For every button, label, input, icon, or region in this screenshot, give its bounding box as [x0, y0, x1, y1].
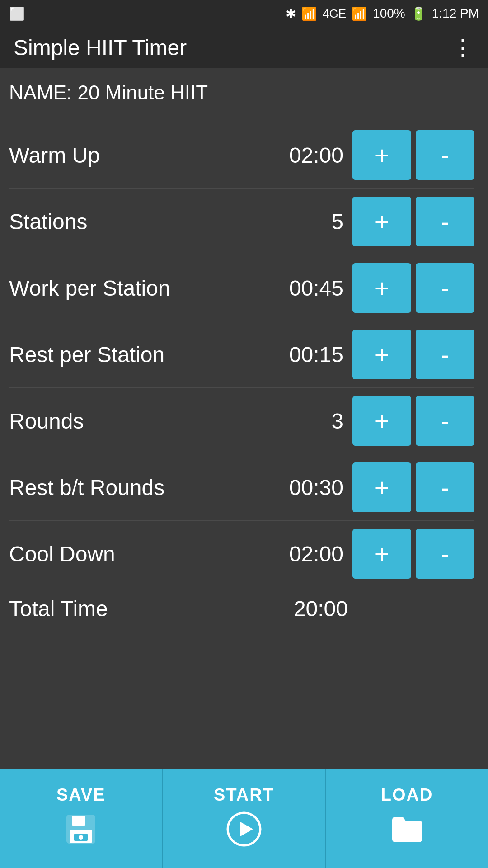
setting-controls-cool-down: + - — [352, 529, 474, 579]
save-button[interactable]: SAVE — [0, 769, 163, 868]
setting-row-work-per-station: Work per Station 00:45 + - — [9, 255, 474, 321]
setting-label-rest-bt-rounds: Rest b/t Rounds — [9, 475, 289, 500]
setting-value-stations: 5 — [289, 209, 343, 234]
total-time-label: Total Time — [9, 596, 294, 621]
time-label: 1:12 PM — [432, 6, 479, 21]
folder-icon — [389, 811, 425, 851]
setting-row-rounds: Rounds 3 + - — [9, 388, 474, 454]
battery-icon: 🔋 — [411, 6, 427, 21]
setting-value-cool-down: 02:00 — [289, 542, 343, 566]
bottom-btn-label-save-button: SAVE — [56, 785, 106, 805]
bottom-btn-label-start-button: START — [214, 785, 274, 805]
status-right: ✱ 📶 4GE 📶 100% 🔋 1:12 PM — [286, 6, 479, 21]
wifi-icon: 📶 — [301, 6, 317, 21]
start-button[interactable]: START — [163, 769, 326, 868]
plus-button-rounds[interactable]: + — [352, 396, 411, 446]
setting-value-warm-up: 02:00 — [289, 143, 343, 168]
minus-button-rest-bt-rounds[interactable]: - — [416, 462, 474, 512]
minus-button-rounds[interactable]: - — [416, 396, 474, 446]
svg-rect-1 — [72, 816, 85, 826]
setting-controls-rounds: + - — [352, 396, 474, 446]
setting-label-stations: Stations — [9, 209, 289, 234]
bottom-bar: SAVE START LOAD — [0, 769, 488, 868]
menu-button[interactable]: ⋮ — [452, 35, 474, 60]
setting-label-rounds: Rounds — [9, 409, 289, 434]
setting-row-warm-up: Warm Up 02:00 + - — [9, 122, 474, 189]
signal-label: 4GE — [323, 7, 346, 21]
setting-row-stations: Stations 5 + - — [9, 189, 474, 255]
svg-point-4 — [79, 835, 83, 840]
app-bar: Simple HIIT Timer ⋮ — [0, 27, 488, 68]
minus-button-cool-down[interactable]: - — [416, 529, 474, 579]
minus-button-stations[interactable]: - — [416, 197, 474, 246]
save-icon — [63, 811, 99, 851]
setting-controls-rest-per-station: + - — [352, 330, 474, 379]
total-time-value: 20:00 — [294, 596, 348, 621]
setting-controls-rest-bt-rounds: + - — [352, 462, 474, 512]
svg-marker-6 — [240, 822, 253, 836]
setting-controls-work-per-station: + - — [352, 263, 474, 313]
setting-label-rest-per-station: Rest per Station — [9, 342, 289, 367]
setting-label-cool-down: Cool Down — [9, 542, 289, 566]
setting-label-work-per-station: Work per Station — [9, 276, 289, 301]
setting-value-rest-bt-rounds: 00:30 — [289, 475, 343, 500]
plus-button-rest-bt-rounds[interactable]: + — [352, 462, 411, 512]
status-bar: ⬜ ✱ 📶 4GE 📶 100% 🔋 1:12 PM — [0, 0, 488, 27]
plus-button-warm-up[interactable]: + — [352, 130, 411, 180]
plus-button-stations[interactable]: + — [352, 197, 411, 246]
minus-button-rest-per-station[interactable]: - — [416, 330, 474, 379]
status-left: ⬜ — [9, 6, 25, 21]
bottom-btn-label-load-button: LOAD — [381, 785, 433, 805]
setting-row-cool-down: Cool Down 02:00 + - — [9, 521, 474, 587]
setting-value-work-per-station: 00:45 — [289, 276, 343, 301]
setting-controls-stations: + - — [352, 197, 474, 246]
plus-button-work-per-station[interactable]: + — [352, 263, 411, 313]
main-content: NAME: 20 Minute HIIT Warm Up 02:00 + - S… — [0, 68, 488, 769]
setting-value-rounds: 3 — [289, 409, 343, 434]
minus-button-work-per-station[interactable]: - — [416, 263, 474, 313]
workout-name: NAME: 20 Minute HIIT — [9, 77, 474, 108]
total-time-row: Total Time 20:00 — [9, 587, 474, 630]
battery-label: 100% — [373, 6, 405, 21]
play-icon — [226, 811, 262, 851]
load-button[interactable]: LOAD — [326, 769, 488, 868]
setting-row-rest-bt-rounds: Rest b/t Rounds 00:30 + - — [9, 454, 474, 521]
screen-icon: ⬜ — [9, 6, 25, 21]
plus-button-rest-per-station[interactable]: + — [352, 330, 411, 379]
app-title: Simple HIIT Timer — [14, 35, 187, 60]
setting-row-rest-per-station: Rest per Station 00:15 + - — [9, 321, 474, 388]
setting-value-rest-per-station: 00:15 — [289, 342, 343, 367]
setting-controls-warm-up: + - — [352, 130, 474, 180]
bluetooth-icon: ✱ — [286, 6, 296, 21]
setting-label-warm-up: Warm Up — [9, 143, 289, 168]
minus-button-warm-up[interactable]: - — [416, 130, 474, 180]
plus-button-cool-down[interactable]: + — [352, 529, 411, 579]
settings-container: Warm Up 02:00 + - Stations 5 + - Work pe… — [9, 122, 474, 587]
signal-bars-icon: 📶 — [352, 6, 367, 21]
